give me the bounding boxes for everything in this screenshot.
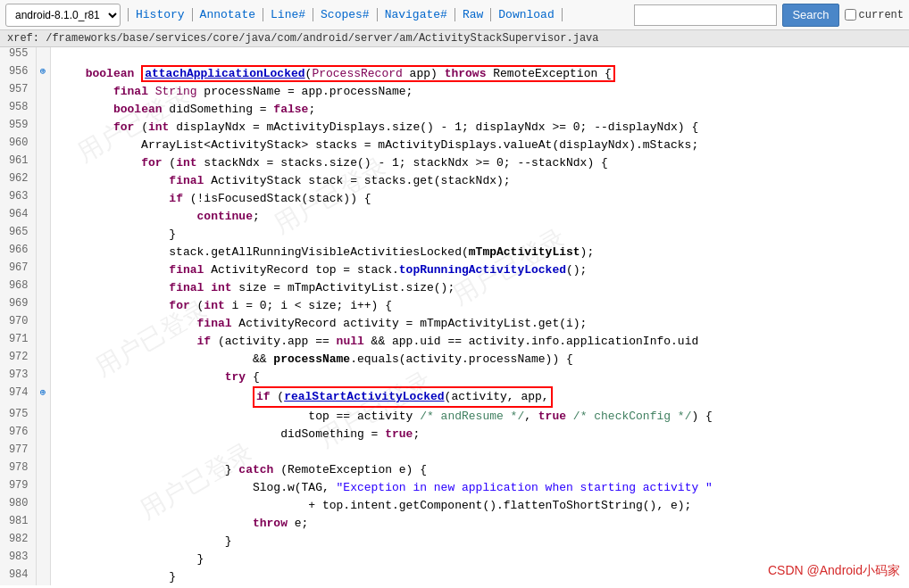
line-number: 973 — [0, 369, 36, 386]
code-line: Slog.w(TAG, "Exception in new applicatio… — [50, 479, 909, 497]
table-row: 976 didSomething = true; — [0, 426, 909, 443]
code-line: } — [50, 533, 909, 551]
line-number: 963 — [0, 190, 36, 208]
table-row: 970 final ActivityRecord activity = mTmp… — [0, 315, 909, 333]
line-number: 957 — [0, 83, 36, 101]
code-line: if (!isFocusedStack(stack)) { — [50, 190, 909, 208]
line-number: 972 — [0, 351, 36, 369]
table-row: 979 Slog.w(TAG, "Exception in new applic… — [0, 479, 909, 497]
line-marker — [36, 226, 50, 244]
code-line: + top.intent.getComponent().flattenToSho… — [50, 497, 909, 515]
line-marker — [36, 83, 50, 101]
table-row: 961 for (int stackNdx = stacks.size() - … — [0, 154, 909, 172]
code-line: } catch (RemoteException e) { — [50, 461, 909, 479]
nav-download[interactable]: Download — [491, 8, 562, 21]
line-marker — [36, 515, 50, 533]
code-line: top == activity /* andResume */, true /*… — [50, 408, 909, 426]
nav-line[interactable]: Line# — [263, 8, 313, 21]
code-line: boolean didSomething = false; — [50, 101, 909, 119]
line-number: 962 — [0, 172, 36, 190]
line-marker — [36, 244, 50, 261]
code-line: final ActivityRecord activity = mTmpActi… — [50, 315, 909, 333]
line-marker — [36, 351, 50, 369]
table-row: 982 } — [0, 533, 909, 551]
line-number: 955 — [0, 47, 36, 65]
search-input[interactable] — [634, 4, 777, 26]
nav-links: History Annotate Line# Scopes# Navigate#… — [128, 8, 563, 21]
line-marker — [36, 154, 50, 172]
code-line: boolean attachApplicationLocked(ProcessR… — [50, 65, 909, 83]
code-line: } — [50, 551, 909, 568]
code-line — [50, 443, 909, 461]
code-line: } — [50, 226, 909, 244]
code-line: final ActivityRecord top = stack.topRunn… — [50, 261, 909, 279]
nav-raw[interactable]: Raw — [455, 8, 491, 21]
table-row: 978 } catch (RemoteException e) { — [0, 461, 909, 479]
table-row: 972 && processName.equals(activity.proce… — [0, 351, 909, 369]
line-number: 958 — [0, 101, 36, 119]
line-marker — [36, 137, 50, 154]
line-number: 966 — [0, 244, 36, 261]
table-row: 960 ArrayList<ActivityStack> stacks = mA… — [0, 137, 909, 154]
code-line: final ActivityStack stack = stacks.get(s… — [50, 172, 909, 190]
table-row: 974⊕ if (realStartActivityLocked(activit… — [0, 386, 909, 408]
code-table: 955956⊕ boolean attachApplicationLocked(… — [0, 47, 909, 585]
line-number: 974 — [0, 386, 36, 408]
line-marker — [36, 426, 50, 443]
line-marker — [36, 47, 50, 65]
table-row: 967 final ActivityRecord top = stack.top… — [0, 261, 909, 279]
table-row: 969 for (int i = 0; i < size; i++) { — [0, 297, 909, 315]
code-line: && processName.equals(activity.processNa… — [50, 351, 909, 369]
table-row: 965 } — [0, 226, 909, 244]
line-marker — [36, 101, 50, 119]
line-number: 981 — [0, 515, 36, 533]
current-checkbox[interactable] — [845, 9, 856, 21]
line-marker — [36, 551, 50, 568]
code-area[interactable]: 955956⊕ boolean attachApplicationLocked(… — [0, 47, 909, 585]
line-marker: ⊕ — [36, 386, 50, 408]
code-line: final int size = mTmpActivityList.size()… — [50, 279, 909, 297]
nav-history[interactable]: History — [128, 8, 193, 21]
table-row: 959 for (int displayNdx = mActivityDispl… — [0, 119, 909, 137]
line-number: 969 — [0, 297, 36, 315]
table-row: 975 top == activity /* andResume */, tru… — [0, 408, 909, 426]
table-row: 963 if (!isFocusedStack(stack)) { — [0, 190, 909, 208]
line-number: 961 — [0, 154, 36, 172]
code-line — [50, 47, 909, 65]
table-row: 980 + top.intent.getComponent().flattenT… — [0, 497, 909, 515]
line-number: 978 — [0, 461, 36, 479]
nav-annotate[interactable]: Annotate — [193, 8, 263, 21]
nav-scopes[interactable]: Scopes# — [313, 8, 378, 21]
code-line: for (int displayNdx = mActivityDisplays.… — [50, 119, 909, 137]
line-number: 970 — [0, 315, 36, 333]
line-number: 980 — [0, 497, 36, 515]
line-marker: ⊕ — [36, 65, 50, 83]
nav-navigate[interactable]: Navigate# — [378, 8, 455, 21]
line-number: 967 — [0, 261, 36, 279]
line-number: 975 — [0, 408, 36, 426]
search-button[interactable]: Search — [782, 4, 838, 27]
line-number: 968 — [0, 279, 36, 297]
line-number: 956 — [0, 65, 36, 83]
table-row: 966 stack.getAllRunningVisibleActivities… — [0, 244, 909, 261]
line-number: 964 — [0, 208, 36, 226]
filepath: xref: /frameworks/base/services/core/jav… — [0, 30, 909, 47]
line-marker — [36, 443, 50, 461]
code-line: didSomething = true; — [50, 426, 909, 443]
table-row: 962 final ActivityStack stack = stacks.g… — [0, 172, 909, 190]
line-number: 983 — [0, 551, 36, 568]
line-marker — [36, 315, 50, 333]
line-number: 960 — [0, 137, 36, 154]
topbar: android-8.1.0_r81 History Annotate Line#… — [0, 0, 909, 30]
table-row: 964 continue; — [0, 208, 909, 226]
code-line: } — [50, 568, 909, 586]
line-marker — [36, 568, 50, 586]
line-marker — [36, 297, 50, 315]
code-line: throw e; — [50, 515, 909, 533]
table-row: 977 — [0, 443, 909, 461]
version-select[interactable]: android-8.1.0_r81 — [5, 4, 121, 27]
line-marker — [36, 333, 50, 351]
table-row: 956⊕ boolean attachApplicationLocked(Pro… — [0, 65, 909, 83]
code-line: for (int stackNdx = stacks.size() - 1; s… — [50, 154, 909, 172]
line-marker — [36, 119, 50, 137]
